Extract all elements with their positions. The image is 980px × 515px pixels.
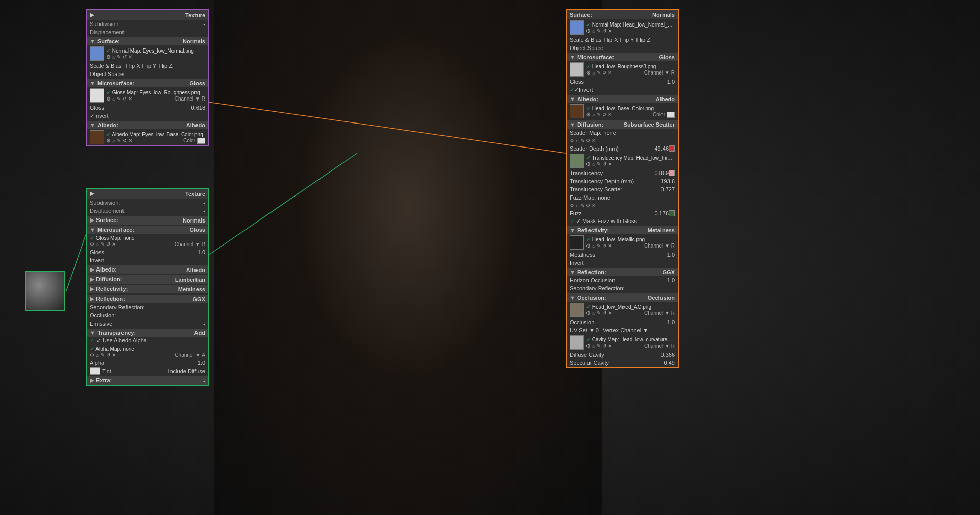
refresh-icon-g[interactable]: ↺ [106, 241, 110, 247]
refresh-icon-oo[interactable]: ↺ [602, 310, 606, 316]
refresh-icon-ga[interactable]: ↺ [106, 352, 110, 358]
search-icon-o[interactable]: ⌕ [592, 28, 595, 34]
purple-object-space-label[interactable]: Object Space [90, 71, 124, 77]
gear-icon-oa[interactable]: ⚙ [586, 112, 591, 118]
refresh-icon-ot[interactable]: ↺ [602, 161, 606, 167]
pencil-icon[interactable]: ✎ [117, 54, 121, 60]
search-icon-ga[interactable]: ⌕ [96, 352, 99, 358]
pencil-icon-of[interactable]: ✎ [580, 203, 584, 208]
close-icon-oo[interactable]: ✕ [608, 310, 612, 316]
close-icon-os[interactable]: ✕ [592, 138, 596, 143]
search-icon-3[interactable]: ⌕ [112, 138, 115, 144]
pencil-icon-ga[interactable]: ✎ [101, 352, 105, 358]
gear-icon-of[interactable]: ⚙ [570, 203, 574, 208]
material-node-thumbnail[interactable] [24, 271, 65, 311]
purple-scale-bias-label[interactable]: Scale & Bias [90, 63, 121, 69]
close-icon[interactable]: ✕ [128, 54, 132, 60]
gear-icon-og[interactable]: ⚙ [586, 70, 591, 76]
green-transparency-header[interactable]: ▼Transparency: Add [87, 329, 208, 337]
pencil-icon-ot[interactable]: ✎ [597, 161, 601, 167]
close-icon-2[interactable]: ✕ [128, 96, 132, 102]
search-icon-g[interactable]: ⌕ [96, 241, 99, 247]
close-icon-og[interactable]: ✕ [608, 70, 612, 76]
orange-fuzz-color[interactable] [669, 210, 675, 216]
green-albedo-header[interactable]: ▶Albedo: Albedo [87, 265, 208, 274]
purple-color-swatch[interactable] [197, 138, 205, 144]
orange-microsurface-header[interactable]: ▼Microsurface: Gloss [567, 53, 678, 61]
purple-albedo-header[interactable]: ▼Albedo: Albedo [87, 121, 208, 129]
pencil-icon-om[interactable]: ✎ [597, 243, 601, 249]
refresh-icon-2[interactable]: ↺ [122, 96, 127, 102]
green-diffusion-header[interactable]: ▶Diffusion: Lambertian [87, 275, 208, 284]
gear-icon-oc[interactable]: ⚙ [586, 343, 591, 349]
close-icon-o[interactable]: ✕ [608, 28, 612, 34]
refresh-icon-og[interactable]: ↺ [602, 70, 606, 76]
refresh-icon-oa[interactable]: ↺ [602, 112, 606, 118]
purple-flip-x[interactable]: Flip X [126, 63, 140, 69]
search-icon-oc[interactable]: ⌕ [592, 343, 595, 349]
orange-invert-check[interactable]: ✓ [570, 87, 574, 93]
search-icon-om[interactable]: ⌕ [592, 243, 595, 249]
refresh-icon-3[interactable]: ↺ [122, 138, 127, 144]
purple-flip-z[interactable]: Flip Z [158, 63, 173, 69]
close-icon-g[interactable]: ✕ [112, 241, 116, 247]
close-icon-oa[interactable]: ✕ [608, 112, 612, 118]
search-icon-2[interactable]: ⌕ [112, 96, 115, 102]
search-icon-of[interactable]: ⌕ [576, 203, 579, 208]
gear-icon-os[interactable]: ⚙ [570, 138, 574, 143]
close-icon-of[interactable]: ✕ [592, 203, 596, 208]
green-invert-label[interactable]: Invert [90, 257, 104, 263]
green-extra-header[interactable]: ▶Extra: - [87, 376, 208, 385]
orange-flip-x[interactable]: Flip X [603, 37, 618, 43]
refresh-icon-oc[interactable]: ↺ [602, 343, 606, 349]
search-icon[interactable]: ⌕ [112, 54, 115, 60]
orange-occlusion-header[interactable]: ▼Occlusion: Occlusion [567, 293, 678, 302]
gear-icon-ot[interactable]: ⚙ [586, 161, 591, 167]
purple-invert-label[interactable]: ✓Invert [90, 113, 109, 119]
gear-icon-ga[interactable]: ⚙ [90, 352, 94, 358]
refresh-icon-o[interactable]: ↺ [602, 28, 606, 34]
pencil-icon-o[interactable]: ✎ [597, 28, 601, 34]
gear-icon-o[interactable]: ⚙ [586, 28, 591, 34]
orange-mask-fuzz-check[interactable]: ✓ [570, 218, 574, 225]
gear-icon-3[interactable]: ⚙ [106, 138, 111, 144]
purple-surface-header[interactable]: ▼Surface: Normals [87, 37, 208, 45]
orange-reflectivity-header[interactable]: ▼Reflectivity: Metalness [567, 226, 678, 234]
close-icon-om[interactable]: ✕ [608, 243, 612, 249]
pencil-icon-oa[interactable]: ✎ [597, 112, 601, 118]
search-icon-og[interactable]: ⌕ [592, 70, 595, 76]
orange-diffusion-header[interactable]: ▼Diffusion: Subsurface Scatter [567, 120, 678, 129]
refresh-icon-of[interactable]: ↺ [586, 203, 590, 208]
orange-flip-z[interactable]: Flip Z [636, 37, 650, 43]
gear-icon-2[interactable]: ⚙ [106, 96, 111, 102]
orange-vertex-channel-label[interactable]: Vertex Channel ▼ [603, 327, 648, 333]
orange-uv-set-label[interactable]: UV Set ▼ [570, 327, 595, 333]
green-use-albedo-check[interactable]: ✓ [90, 337, 94, 344]
close-icon-ot[interactable]: ✕ [608, 161, 612, 167]
pencil-icon-og[interactable]: ✎ [597, 70, 601, 76]
green-microsurface-header[interactable]: ▼Microsurface: Gloss [87, 226, 208, 234]
purple-microsurface-header[interactable]: ▼Microsurface: Gloss [87, 79, 208, 87]
search-icon-os[interactable]: ⌕ [576, 138, 579, 143]
orange-scale-bias[interactable]: Scale & Bias [570, 37, 601, 43]
pencil-icon-os[interactable]: ✎ [580, 138, 584, 143]
pencil-icon-oc[interactable]: ✎ [597, 343, 601, 349]
close-icon-3[interactable]: ✕ [128, 138, 132, 144]
orange-object-space[interactable]: Object Space [570, 45, 603, 51]
refresh-icon-os[interactable]: ↺ [586, 138, 590, 143]
orange-scatter-color[interactable] [669, 145, 675, 152]
orange-color-swatch[interactable] [667, 112, 675, 118]
green-tint-swatch[interactable] [90, 367, 100, 375]
refresh-icon-om[interactable]: ↺ [602, 243, 606, 249]
pencil-icon-oo[interactable]: ✎ [597, 310, 601, 316]
pencil-icon-3[interactable]: ✎ [117, 138, 121, 144]
close-icon-ga[interactable]: ✕ [112, 352, 116, 358]
pencil-icon-g[interactable]: ✎ [101, 241, 105, 247]
gear-icon-om[interactable]: ⚙ [586, 243, 591, 249]
green-surface-header[interactable]: ▶Surface: Normals [87, 216, 208, 225]
search-icon-oa[interactable]: ⌕ [592, 112, 595, 118]
orange-trans-color[interactable] [669, 170, 675, 176]
gear-icon-g[interactable]: ⚙ [90, 241, 94, 247]
purple-flip-y[interactable]: Flip Y [142, 63, 157, 69]
refresh-icon[interactable]: ↺ [122, 54, 127, 60]
